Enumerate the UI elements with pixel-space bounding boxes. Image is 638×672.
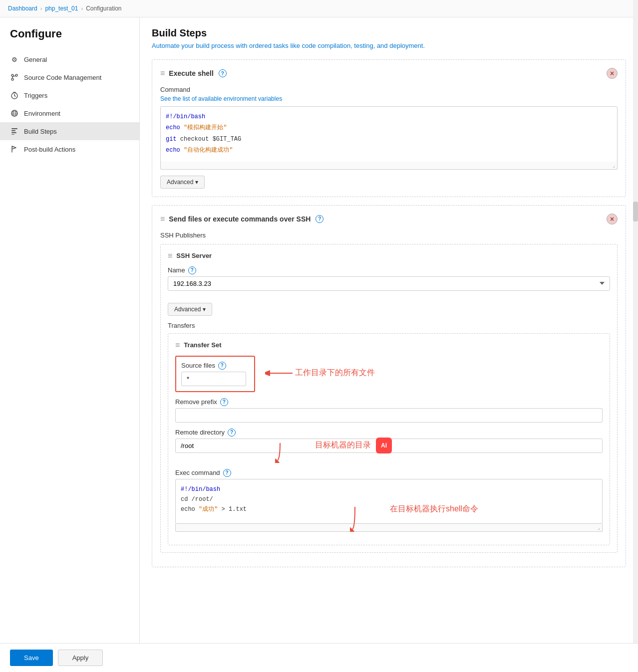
- execute-shell-header: ≡ Execute shell ? ×: [160, 68, 618, 79]
- transfer-set-title: Transfer Set: [184, 341, 221, 349]
- source-files-highlighted-box: Source files ?: [175, 356, 255, 392]
- sidebar-item-triggers[interactable]: Triggers: [0, 86, 139, 104]
- breadcrumb-project[interactable]: php_test_01: [45, 5, 78, 12]
- remove-prefix-help-icon[interactable]: ?: [220, 398, 228, 406]
- annotation-source-files: 工作目录下的所有文件: [265, 356, 375, 381]
- ssh-server-header: ≡ SSH Server: [168, 251, 610, 260]
- gear-icon: ⚙: [10, 55, 19, 64]
- sidebar-item-source-code[interactable]: Source Code Management: [0, 68, 139, 86]
- breadcrumb-sep-1: ›: [40, 5, 42, 11]
- advanced-label: Advanced: [167, 179, 193, 186]
- ssh-close-button[interactable]: ×: [607, 214, 618, 224]
- ssh-advanced-label: Advanced: [174, 306, 201, 313]
- page-title: Build Steps: [152, 27, 626, 39]
- remove-prefix-input[interactable]: [175, 408, 603, 423]
- ai-badge: AI: [376, 438, 392, 453]
- code-editor[interactable]: #!/bin/bash echo "模拟构建开始" git checkout $…: [160, 106, 618, 162]
- arrow-icon-3: [350, 502, 390, 532]
- clock-icon: [10, 91, 19, 100]
- execute-shell-close-button[interactable]: ×: [607, 68, 618, 79]
- main-content: Build Steps Automate your build process …: [140, 17, 638, 672]
- sidebar-item-post-build[interactable]: Post-build Actions: [0, 140, 139, 158]
- code-line-1: #!/bin/bash: [166, 112, 612, 122]
- svg-point-2: [11, 78, 13, 80]
- branch-icon: [10, 73, 19, 82]
- sidebar-item-label: General: [24, 56, 47, 63]
- page-subtitle: Automate your build process with ordered…: [152, 42, 626, 49]
- svg-rect-6: [11, 128, 17, 129]
- execute-shell-help-icon[interactable]: ?: [219, 69, 227, 77]
- breadcrumb-dashboard[interactable]: Dashboard: [8, 5, 37, 12]
- chevron-down-icon: ▾: [195, 179, 198, 186]
- sidebar-item-general[interactable]: ⚙ General: [0, 50, 139, 68]
- code-line-3: git checkout $GIT_TAG: [166, 134, 612, 144]
- ssh-server-title: SSH Server: [176, 252, 212, 259]
- ssh-drag-handle-icon[interactable]: ≡: [160, 215, 165, 224]
- source-files-input[interactable]: [181, 372, 246, 386]
- exec-command-label: Exec command ?: [175, 469, 603, 477]
- ssh-section-header: ≡ Send files or execute commands over SS…: [160, 214, 618, 224]
- ssh-section-card: ≡ Send files or execute commands over SS…: [152, 205, 626, 567]
- code-line-4: echo "自动化构建成功": [166, 145, 612, 155]
- ssh-server-advanced-button[interactable]: Advanced ▾: [168, 303, 212, 316]
- source-files-label: Source files ?: [181, 362, 249, 370]
- ssh-server-drag-icon[interactable]: ≡: [168, 251, 172, 260]
- exec-command-help-icon[interactable]: ?: [223, 469, 231, 477]
- transfer-set-card: ≡ Transfer Set Source files ?: [168, 333, 610, 545]
- sidebar-item-label: Source Code Management: [24, 74, 101, 81]
- execute-shell-title-group: ≡ Execute shell ?: [160, 69, 227, 78]
- transfer-set-header: ≡ Transfer Set: [175, 341, 603, 350]
- flag-icon: [10, 145, 19, 154]
- annotation-text-1: 工作目录下的所有文件: [295, 368, 375, 378]
- remote-directory-label: Remote directory ?: [175, 429, 603, 437]
- ssh-section-title: Send files or execute commands over SSH: [169, 215, 311, 223]
- execute-shell-advanced-button[interactable]: Advanced ▾: [160, 176, 205, 189]
- execute-shell-title: Execute shell: [169, 69, 214, 77]
- sidebar-item-environment[interactable]: Environment: [0, 104, 139, 122]
- sidebar-item-label: Environment: [24, 110, 60, 117]
- remote-directory-help-icon[interactable]: ?: [228, 429, 236, 437]
- name-help-icon[interactable]: ?: [188, 266, 196, 274]
- drag-handle-icon[interactable]: ≡: [160, 69, 165, 78]
- remove-prefix-label: Remove prefix ?: [175, 398, 603, 406]
- svg-rect-9: [11, 134, 14, 135]
- name-label: Name ?: [168, 266, 610, 274]
- svg-rect-8: [11, 132, 16, 133]
- transfer-drag-icon[interactable]: ≡: [175, 341, 180, 350]
- svg-rect-7: [11, 130, 15, 131]
- execute-shell-card: ≡ Execute shell ? × Command See the list…: [152, 59, 626, 197]
- annotation-text-2: 目标机器的目录: [315, 440, 371, 450]
- apply-button[interactable]: Apply: [58, 650, 103, 666]
- sidebar-item-build-steps[interactable]: Build Steps: [0, 122, 139, 140]
- arrow-icon-1: [265, 366, 295, 381]
- sidebar-item-label: Build Steps: [24, 128, 57, 135]
- exec-line-1: #!/bin/bash: [181, 484, 597, 494]
- bottom-bar: Save Apply: [0, 643, 638, 672]
- ssh-publishers-label: SSH Publishers: [160, 231, 618, 239]
- command-label: Command: [160, 86, 618, 93]
- breadcrumb-current: Configuration: [86, 5, 121, 12]
- ssh-server-card: ≡ SSH Server Name ? 192.168.3.23 Adv: [160, 244, 618, 553]
- arrow-icon-2: [275, 438, 315, 463]
- ssh-help-icon[interactable]: ?: [316, 215, 323, 223]
- ssh-chevron-down-icon: ▾: [203, 306, 206, 313]
- annotation-text-3: 在目标机器执行shell命令: [390, 504, 478, 514]
- sidebar-item-label: Triggers: [24, 92, 47, 99]
- sidebar-title: Configure: [0, 27, 139, 50]
- ssh-title-group: ≡ Send files or execute commands over SS…: [160, 215, 323, 224]
- breadcrumb-sep-2: ›: [81, 5, 83, 11]
- globe-icon: [10, 109, 19, 118]
- env-variables-link[interactable]: See the list of available environment va…: [160, 95, 618, 102]
- save-button[interactable]: Save: [10, 650, 53, 666]
- source-files-help-icon[interactable]: ?: [218, 362, 226, 370]
- code-line-2: echo "模拟构建开始": [166, 123, 612, 133]
- breadcrumb: Dashboard › php_test_01 › Configuration: [0, 0, 638, 17]
- scrollbar[interactable]: [633, 0, 638, 672]
- ssh-server-name-select[interactable]: 192.168.3.23: [168, 276, 610, 291]
- list-icon: [10, 127, 19, 136]
- transfers-label: Transfers: [168, 322, 610, 329]
- sidebar-item-label: Post-build Actions: [24, 146, 75, 153]
- sidebar: Configure ⚙ General Source Code Manageme…: [0, 17, 140, 672]
- scrollbar-thumb[interactable]: [633, 202, 638, 222]
